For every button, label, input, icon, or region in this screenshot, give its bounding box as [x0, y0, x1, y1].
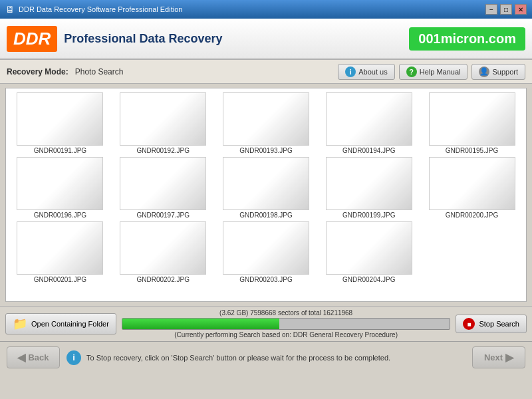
- app-title: Professional Data Recovery: [64, 32, 222, 46]
- about-us-button[interactable]: i About us: [338, 64, 394, 80]
- photo-thumbnail: [326, 221, 412, 275]
- help-icon: ?: [406, 66, 417, 77]
- list-item[interactable]: GNDR00196.JPG: [10, 157, 110, 219]
- logo-area: DDR Professional Data Recovery: [7, 26, 409, 52]
- photo-thumbnail: [223, 157, 309, 210]
- domain-badge: 001micron.com: [409, 27, 525, 51]
- support-label: Support: [492, 68, 518, 76]
- toolbar: Recovery Mode: Photo Search i About us ?…: [0, 60, 532, 84]
- photo-filename: GNDR00200.JPG: [446, 211, 498, 219]
- open-folder-label: Open Containing Folder: [31, 320, 109, 328]
- photo-thumbnail: [326, 157, 412, 210]
- photo-grid: GNDR00191.JPGGNDR00192.JPGGNDR00193.JPGG…: [6, 88, 526, 287]
- stop-search-label: Stop Search: [479, 320, 519, 328]
- title-bar: 🖥 DDR Data Recovery Software Professiona…: [0, 0, 532, 19]
- progress-area: (3.62 GB) 7598668 sectors of total 16211…: [122, 309, 451, 338]
- photo-thumbnail: [223, 92, 309, 146]
- photo-thumbnail: [120, 92, 206, 146]
- next-button[interactable]: Next ▶: [472, 346, 525, 368]
- title-text: DDR Data Recovery Software Professional …: [19, 5, 485, 13]
- minimize-button[interactable]: −: [485, 4, 497, 15]
- photo-thumbnail: [120, 157, 206, 210]
- support-button[interactable]: 👤 Support: [471, 64, 525, 80]
- photo-thumbnail: [17, 92, 103, 146]
- open-folder-button[interactable]: 📁 Open Containing Folder: [5, 313, 116, 334]
- photo-filename: GNDR00193.JPG: [239, 147, 292, 154]
- bottom-info-icon: i: [66, 350, 81, 365]
- photo-filename: GNDR00199.JPG: [342, 211, 395, 219]
- progress-bar: [122, 318, 451, 330]
- next-arrow-icon: ▶: [505, 351, 513, 364]
- list-item[interactable]: GNDR00203.JPG: [216, 221, 317, 283]
- status-bar: 📁 Open Containing Folder (3.62 GB) 75986…: [0, 306, 532, 341]
- back-button[interactable]: ◀ Back: [7, 346, 60, 368]
- list-item[interactable]: GNDR00198.JPG: [216, 157, 317, 219]
- photo-thumbnail: [429, 92, 515, 146]
- folder-icon: 📁: [13, 317, 27, 331]
- list-item[interactable]: GNDR00195.JPG: [422, 92, 522, 154]
- sector-info: (3.62 GB) 7598668 sectors of total 16211…: [219, 309, 352, 317]
- photo-filename: GNDR00202.JPG: [136, 276, 189, 283]
- photo-filename: GNDR00195.JPG: [446, 147, 498, 154]
- photo-filename: GNDR00197.JPG: [136, 211, 189, 219]
- list-item[interactable]: GNDR00202.JPG: [113, 221, 213, 283]
- photo-thumbnail: [326, 92, 412, 146]
- list-item[interactable]: GNDR00191.JPG: [10, 92, 110, 154]
- help-manual-button[interactable]: ? Help Manual: [399, 64, 468, 80]
- recovery-mode-label: Recovery Mode:: [7, 67, 68, 76]
- help-manual-label: Help Manual: [420, 68, 461, 76]
- stop-icon: ■: [463, 318, 475, 330]
- photo-filename: GNDR00204.JPG: [342, 276, 395, 283]
- header: DDR Professional Data Recovery 001micron…: [0, 19, 532, 60]
- back-arrow-icon: ◀: [17, 351, 25, 364]
- procedure-info: (Currently performing Search based on: D…: [174, 331, 398, 338]
- photo-filename: GNDR00203.JPG: [239, 276, 292, 283]
- list-item[interactable]: GNDR00193.JPG: [216, 92, 317, 154]
- list-item[interactable]: GNDR00199.JPG: [319, 157, 419, 219]
- bottom-message: To Stop recovery, click on 'Stop Search'…: [86, 354, 390, 362]
- list-item[interactable]: GNDR00201.JPG: [10, 221, 110, 283]
- stop-search-button[interactable]: ■ Stop Search: [456, 315, 527, 333]
- list-item[interactable]: GNDR00194.JPG: [319, 92, 419, 154]
- photo-filename: GNDR00191.JPG: [34, 147, 86, 154]
- list-item[interactable]: GNDR00197.JPG: [113, 157, 213, 219]
- about-us-label: About us: [358, 68, 387, 76]
- photo-filename: GNDR00198.JPG: [239, 211, 292, 219]
- photo-thumbnail: [17, 221, 103, 275]
- list-item[interactable]: GNDR00204.JPG: [319, 221, 419, 283]
- info-icon: i: [345, 66, 356, 77]
- photo-thumbnail: [223, 221, 309, 275]
- photo-filename: GNDR00194.JPG: [342, 147, 395, 154]
- photo-filename: GNDR00201.JPG: [34, 276, 86, 283]
- ddr-logo: DDR: [7, 26, 57, 52]
- maximize-button[interactable]: □: [500, 4, 512, 15]
- list-item[interactable]: GNDR00192.JPG: [113, 92, 213, 154]
- list-item[interactable]: GNDR00200.JPG: [422, 157, 522, 219]
- bottom-info: i To Stop recovery, click on 'Stop Searc…: [66, 350, 466, 365]
- back-label: Back: [28, 352, 49, 362]
- progress-bar-fill: [122, 319, 279, 329]
- recovery-mode-value: Photo Search: [75, 67, 334, 76]
- photo-thumbnail: [17, 157, 103, 210]
- photo-grid-container[interactable]: GNDR00191.JPGGNDR00192.JPGGNDR00193.JPGG…: [5, 88, 527, 302]
- next-label: Next: [484, 352, 503, 362]
- support-icon: 👤: [479, 66, 489, 77]
- photo-thumbnail: [120, 221, 206, 275]
- close-button[interactable]: ✕: [515, 4, 527, 15]
- app-icon: 🖥: [5, 4, 15, 15]
- photo-thumbnail: [429, 157, 515, 210]
- photo-filename: GNDR00196.JPG: [34, 211, 86, 219]
- bottom-bar: ◀ Back i To Stop recovery, click on 'Sto…: [0, 341, 532, 373]
- photo-filename: GNDR00192.JPG: [136, 147, 189, 154]
